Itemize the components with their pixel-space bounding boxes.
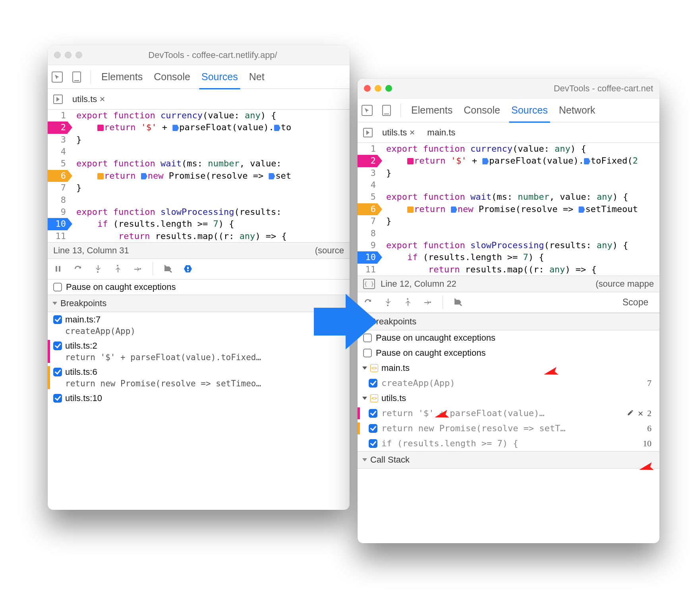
tab-sources[interactable]: Sources [201,71,239,83]
filetab-label: main.ts [427,127,455,138]
code-line[interactable]: 8 [358,228,659,239]
traffic-lights[interactable] [54,52,82,58]
code-line[interactable]: 3} [48,134,350,146]
pause-option[interactable]: Pause on uncaught exceptions [358,330,659,345]
checkbox[interactable] [369,409,377,418]
devtools-tabs: Elements Console Sources Net [48,65,350,89]
step-out-icon[interactable] [113,264,122,274]
breakpoint-title: utils.ts:2 [65,341,344,351]
code-line[interactable]: 2 return '$' + parseFloat(value).to [48,122,350,133]
step-into-icon[interactable] [93,264,102,274]
titlebar[interactable]: DevTools - coffee-cart.netlify.app/ [48,45,350,65]
code-line[interactable]: 5export function wait(ms: number, value: [48,158,350,170]
tab-elements[interactable]: Elements [410,104,453,116]
device-icon[interactable] [382,105,391,116]
breakpoint-group[interactable]: <>main.ts [358,361,659,376]
breakpoint-item[interactable]: utils.ts:10 [48,391,350,406]
breakpoint-item[interactable]: return '$' + parseFloat(value)…✕2 [358,406,659,421]
file-tabs: utils.ts✕ [48,89,350,110]
code-line[interactable]: 7} [48,182,350,194]
step-out-icon[interactable] [403,297,412,307]
callstack-header[interactable]: Call Stack [358,451,659,469]
code-line[interactable]: 5export function wait(ms: number, value:… [358,191,659,203]
breakpoints-header[interactable]: Breakpoints [358,313,659,330]
breakpoint-item[interactable]: return new Promise(resolve => setT…6 [358,421,659,436]
navigator-toggle-icon[interactable] [363,128,373,137]
step-into-icon[interactable] [383,297,393,307]
checkbox[interactable] [369,424,377,433]
deactivate-bp-icon[interactable] [163,264,173,274]
code-line[interactable]: 8 [48,194,350,206]
max-dot[interactable] [75,52,82,58]
code-line[interactable]: 3} [358,167,659,179]
tab-network[interactable]: Net [248,71,265,83]
code-line[interactable]: 4 [358,179,659,191]
inspect-icon[interactable] [52,71,63,83]
filetab-main[interactable]: main.ts [425,126,458,139]
pause-caught-row[interactable]: Pause on caught exceptions [48,280,350,295]
code-line[interactable]: 9export function slowProcessing(results: [48,206,350,218]
tab-console[interactable]: Console [153,71,191,83]
breakpoint-group[interactable]: <>utils.ts [358,391,659,406]
min-dot[interactable] [65,52,72,58]
divider [400,104,401,117]
navigator-toggle-icon[interactable] [53,95,63,104]
breakpoint-item[interactable]: if (results.length >= 7) {10 [358,436,659,451]
code-line[interactable]: 10 if (results.length >= 7) { [48,218,350,230]
tab-network[interactable]: Network [558,104,596,116]
checkbox[interactable] [53,315,62,324]
tab-sources[interactable]: Sources [510,104,549,116]
breakpoint-item[interactable]: utils.ts:6return new Promise(resolve => … [48,365,350,391]
pause-icon[interactable] [53,264,63,274]
code-editor[interactable]: 1export function currency(value: any) {2… [48,110,350,242]
annotation-arrow-large [314,294,377,351]
breakpoints-header[interactable]: Breakpoints [48,295,350,312]
checkbox[interactable] [53,341,62,350]
pretty-print-icon[interactable]: { } [363,279,375,289]
step-icon[interactable] [133,264,142,274]
checkbox[interactable] [53,394,62,403]
breakpoint-item[interactable]: utils.ts:2return '$' + parseFloat(value)… [48,338,350,365]
traffic-lights[interactable] [364,85,392,92]
tab-console[interactable]: Console [463,104,501,116]
code-line[interactable]: 6 return new Promise(resolve => set [48,170,350,182]
step-over-icon[interactable] [73,264,83,274]
code-line[interactable]: 11 return results.map((r: any) => { [48,230,350,242]
filetab-utils[interactable]: utils.ts✕ [70,93,108,106]
close-dot[interactable] [364,85,371,92]
inspect-icon[interactable] [362,105,373,116]
breakpoint-item[interactable]: main.ts:7createApp(App) [48,312,350,338]
device-icon[interactable] [72,71,81,83]
titlebar[interactable]: DevTools - coffee-cart.net [358,79,659,98]
pause-exceptions-icon[interactable] [183,264,193,274]
checkbox[interactable] [369,439,377,448]
breakpoint-item[interactable]: createApp(App)7 [358,376,659,391]
checkbox[interactable] [53,368,62,376]
pause-option[interactable]: Pause on caught exceptions [358,345,659,361]
code-line[interactable]: 4 [48,146,350,158]
code-line[interactable]: 11 return results.map((r: any) => { [358,264,659,276]
devtools-window-after: DevTools - coffee-cart.net Elements Cons… [358,79,659,543]
code-line[interactable]: 7} [358,215,659,227]
remove-icon[interactable]: ✕ [638,408,643,418]
code-line[interactable]: 6 return new Promise(resolve => setTimeo… [358,203,659,215]
close-dot[interactable] [54,52,61,58]
code-line[interactable]: 2 return '$' + parseFloat(value).toFixed… [358,155,659,167]
filetab-utils[interactable]: utils.ts✕ [380,126,418,139]
code-line[interactable]: 10 if (results.length >= 7) { [358,251,659,263]
min-dot[interactable] [375,85,381,92]
code-line[interactable]: 1export function currency(value: any) { [358,143,659,155]
close-icon[interactable]: ✕ [99,95,105,104]
deactivate-bp-icon[interactable] [453,297,463,307]
code-editor[interactable]: 1export function currency(value: any) {2… [358,143,659,276]
checkbox[interactable] [53,283,62,291]
code-line[interactable]: 1export function currency(value: any) { [48,110,350,122]
checkbox[interactable] [369,379,377,388]
tab-scope[interactable]: Scope [617,297,654,308]
step-icon[interactable] [423,297,432,307]
close-icon[interactable]: ✕ [409,128,415,137]
code-line[interactable]: 9export function slowProcessing(results:… [358,239,659,251]
edit-icon[interactable] [627,408,634,418]
max-dot[interactable] [385,85,392,92]
tab-elements[interactable]: Elements [101,71,143,83]
